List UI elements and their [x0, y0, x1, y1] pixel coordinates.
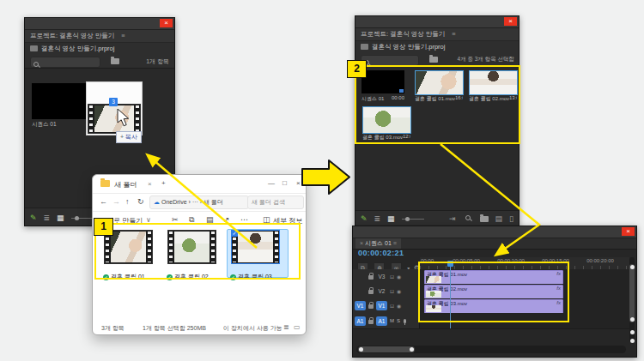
list-view-icon[interactable]: ≣ [44, 214, 51, 222]
close-icon[interactable]: × [504, 17, 517, 26]
horizontal-scrollbar[interactable] [356, 346, 626, 353]
back-icon[interactable]: ← [100, 197, 107, 206]
project-file-row[interactable]: 결혼식 영상 만들기.prproj [25, 43, 174, 55]
tab-close-icon[interactable]: × [148, 180, 152, 188]
track-v2-header[interactable]: V2 ⊡ ◉ [353, 284, 420, 298]
share-icon[interactable]: ↗ [223, 215, 230, 224]
file-item[interactable]: ✓결혼 클립 01 [103, 230, 160, 282]
file-item-selected[interactable]: ✓ ✓결혼 클립 03 [230, 230, 287, 282]
bin-navigation-icon[interactable] [429, 57, 438, 63]
clip-name[interactable]: 결혼 클립 02.mov [469, 95, 509, 103]
tab-close-icon[interactable]: × [360, 240, 363, 246]
track-v1-header[interactable]: V1 V1 ⊡ ◉ [353, 298, 420, 313]
writable-pencil-icon[interactable]: ✎ [30, 214, 37, 222]
solo-button[interactable]: S [397, 318, 400, 323]
copy-icon[interactable]: ⧉ [189, 215, 194, 225]
close-icon[interactable]: × [622, 227, 635, 236]
project-file-row[interactable]: 결혼식 영상 만들기.prproj [355, 41, 519, 53]
playhead-timecode[interactable]: 00:00:02:21 [358, 249, 404, 257]
icon-view-icon[interactable]: ▦ [387, 214, 395, 223]
bin-navigation-icon[interactable] [111, 58, 119, 64]
search-input[interactable]: 새 폴더 검색 [247, 196, 304, 209]
lock-icon[interactable] [368, 304, 374, 309]
paste-icon[interactable]: ▤ [206, 215, 214, 224]
scrollbar-thumb[interactable] [629, 264, 635, 322]
search-input[interactable] [361, 55, 419, 66]
clip-name[interactable]: 결혼 클립 03.mov [362, 134, 403, 141]
sync-lock-icon[interactable]: ⊡ [390, 303, 394, 309]
new-bin-icon[interactable] [480, 216, 489, 222]
track-v1-badge[interactable]: V1 [376, 301, 387, 310]
minimize-icon[interactable]: — [268, 179, 275, 187]
track-a1-badge[interactable]: A1 [376, 316, 387, 326]
timeline-clip[interactable]: 결혼 클립 02.mov fx [424, 285, 563, 299]
thumbnail-view-icon[interactable]: ▭ [294, 323, 301, 331]
zoom-slider[interactable] [71, 218, 94, 219]
track-v3-header[interactable]: V3 ⊡ ◉ [353, 269, 420, 284]
selected-checkbox[interactable]: ✓ [231, 230, 238, 237]
window-titlebar[interactable]: × [355, 16, 519, 28]
panel-menu-icon[interactable]: ≡ [121, 32, 125, 39]
timeline-clip[interactable]: 결혼 클립 03.mov fx [424, 299, 563, 314]
explorer-tab-title[interactable]: 새 폴더 [114, 180, 137, 190]
chevron-down-icon[interactable]: ∨ [146, 216, 151, 224]
sync-lock-icon[interactable]: ⊡ [390, 288, 394, 294]
track-output-eye-icon[interactable]: ◉ [397, 303, 401, 309]
window-titlebar[interactable]: × [25, 18, 174, 30]
find-icon[interactable] [465, 215, 473, 223]
panel-menu-icon[interactable]: ≡ [452, 30, 455, 38]
refresh-icon[interactable]: ↻ [137, 197, 144, 206]
panel-menu-icon[interactable]: ≡ [393, 240, 397, 246]
details-button[interactable]: 세부 정보 [273, 216, 302, 226]
close-icon[interactable]: × [296, 179, 301, 187]
close-icon[interactable]: × [160, 19, 173, 27]
window-titlebar[interactable]: × [353, 226, 636, 238]
search-input[interactable] [30, 57, 100, 68]
breadcrumb-drive[interactable]: OneDrive [161, 199, 187, 205]
clip-thumbnail[interactable] [362, 106, 411, 134]
explorer-titlebar[interactable]: 새 폴더 × + — □ × [93, 175, 306, 194]
timeline-clip[interactable]: 결혼 클립 01.mov fx [424, 270, 563, 285]
up-icon[interactable]: ↑ [125, 197, 130, 206]
track-output-eye-icon[interactable]: ◉ [397, 274, 401, 280]
scrollbar-dot[interactable] [630, 339, 635, 343]
trash-icon[interactable]: ▯ [509, 214, 513, 223]
breadcrumb-ellipsis[interactable]: ⋯ [192, 199, 198, 205]
sequence-thumbnail[interactable] [361, 70, 404, 93]
track-v2-badge[interactable]: V2 [376, 286, 387, 296]
clip-thumbnail[interactable] [469, 70, 518, 95]
track-output-eye-icon[interactable]: ◉ [397, 288, 401, 294]
source-patch-a1[interactable]: A1 [355, 316, 366, 326]
cut-icon[interactable]: ✂ [172, 215, 179, 224]
automate-to-sequence-icon[interactable]: ⇥ [449, 214, 456, 223]
new-tab-icon[interactable]: + [161, 179, 166, 187]
playhead-marker[interactable] [447, 261, 453, 267]
forward-icon[interactable]: → [112, 197, 120, 206]
breadcrumb-folder[interactable]: 새 폴더 [204, 199, 223, 205]
sequence-thumbnail[interactable] [32, 83, 94, 119]
maximize-icon[interactable]: □ [283, 179, 287, 187]
scrollbar-thumb[interactable] [358, 346, 415, 352]
more-icon[interactable]: ⋯ [240, 215, 248, 224]
zoom-slider[interactable] [402, 219, 424, 220]
details-pane-icon[interactable]: ◫ [263, 215, 270, 224]
list-view-icon[interactable]: ≣ [283, 323, 289, 331]
file-item[interactable]: ✓결혼 클립 02 [167, 230, 223, 282]
sequence-name[interactable]: 시퀀스 01 [32, 121, 57, 129]
lock-icon[interactable] [368, 275, 374, 280]
sync-lock-icon[interactable]: ⊡ [390, 274, 394, 280]
panel-tab[interactable]: 프로젝트: 결혼식 영상 만들기≡ [355, 28, 519, 41]
voiceover-mic-icon[interactable] [404, 319, 406, 323]
scrollbar-dot[interactable] [630, 330, 635, 334]
address-bar[interactable]: ☁ OneDrive › ⋯ › 새 폴더 [149, 196, 249, 209]
track-a1-header[interactable]: A1 A1 M S [353, 313, 420, 328]
icon-view-icon[interactable]: ▦ [57, 214, 64, 222]
mute-button[interactable]: M [390, 318, 394, 323]
lock-icon[interactable] [368, 320, 374, 324]
sequence-tab[interactable]: × 시퀀스 01 ≡ [355, 238, 401, 249]
new-item-icon[interactable]: ▤ [495, 214, 503, 223]
track-v3-badge[interactable]: V3 [376, 272, 387, 281]
writable-pencil-icon[interactable]: ✎ [361, 214, 368, 223]
lock-icon[interactable] [368, 290, 374, 294]
clip-name[interactable]: 결혼 클립 01.mov [415, 95, 455, 103]
